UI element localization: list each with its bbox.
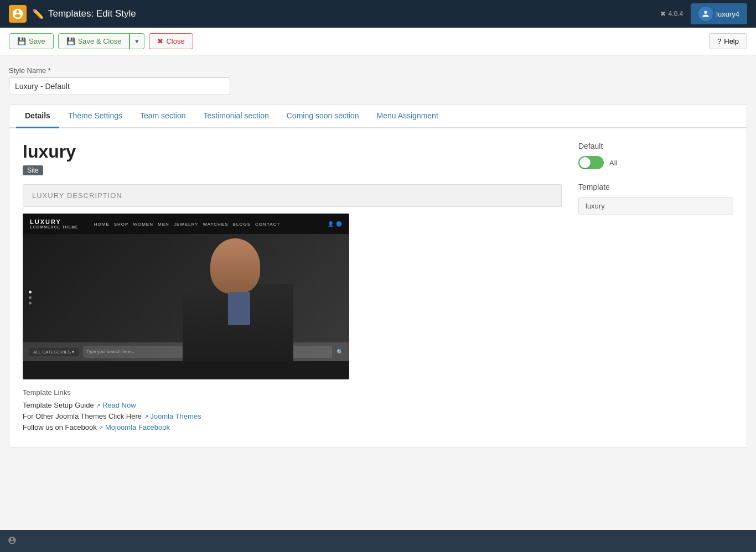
- preview-cart-icon: 🔵: [336, 221, 342, 227]
- help-button[interactable]: ? Help: [709, 33, 747, 49]
- preview-user-icon: 👤: [328, 221, 334, 227]
- external-link-icon-2: ↗: [144, 414, 148, 420]
- link-3-label: Mojoomla Facebook: [105, 423, 170, 431]
- joomla-icon: [9, 5, 27, 23]
- details-right: Default All Template luxury: [578, 142, 733, 434]
- template-link-2: For Other Joomla Themes Click Here ↗ Joo…: [23, 412, 562, 420]
- tab-menu-assignment[interactable]: Menu Assignment: [368, 105, 447, 128]
- user-button[interactable]: luxury4: [691, 3, 747, 24]
- pencil-icon: ✏️: [32, 8, 44, 20]
- description-box: LUXURY DESCRIPTION: [23, 184, 562, 207]
- preview-hero: ALL CATEGORIES ▾ Type your search here..…: [23, 234, 349, 361]
- template-links-title: Template Links: [23, 388, 562, 397]
- preview-face: [210, 238, 260, 294]
- tab-content-details: luxury Site LUXURY DESCRIPTION LUXURY EC…: [9, 128, 747, 447]
- save-button[interactable]: 💾 Save: [9, 33, 54, 49]
- default-toggle: All: [578, 156, 733, 169]
- tabs-container: Details Theme Settings Team section Test…: [9, 104, 747, 448]
- navbar-title-text: Templates: Edit Style: [48, 8, 136, 19]
- joomla-x-icon: ✖: [660, 10, 666, 18]
- version-text: 4.0.4: [668, 10, 683, 18]
- preview-logo: LUXURY ECOMMERCE THEME: [30, 218, 79, 230]
- preview-search-icon: 🔍: [336, 349, 343, 355]
- save-close-button[interactable]: 💾 Save & Close: [58, 33, 130, 49]
- style-name-group: Style Name *: [9, 66, 747, 95]
- external-link-icon-3: ↗: [99, 425, 103, 431]
- navbar-right: ✖ 4.0.4 luxury4: [660, 3, 747, 24]
- navbar-left: ✏️ Templates: Edit Style: [9, 5, 136, 23]
- preview-dots: [29, 291, 32, 305]
- link-1-prefix: Template Setup Guide: [23, 401, 94, 409]
- site-badge: Site: [23, 165, 43, 175]
- page-title: ✏️ Templates: Edit Style: [32, 8, 136, 20]
- link-1-anchor[interactable]: ↗ Read Now: [96, 401, 136, 409]
- preview-dot-1: [29, 291, 32, 294]
- preview-shirt: [228, 292, 250, 325]
- toggle-all-label: All: [609, 159, 617, 167]
- link-3-prefix: Follow us on Facebook: [23, 423, 97, 431]
- navbar: ✏️ Templates: Edit Style ✖ 4.0.4 luxury4: [0, 0, 756, 28]
- save-icon: 💾: [17, 37, 26, 45]
- save-dropdown-button[interactable]: ▾: [130, 33, 144, 49]
- tab-testimonial-section[interactable]: Testimonial section: [194, 105, 277, 128]
- link-2-label: Joomla Themes: [150, 412, 201, 420]
- toggle-knob: [579, 157, 591, 168]
- tab-theme-settings[interactable]: Theme Settings: [59, 105, 131, 128]
- link-2-prefix: For Other Joomla Themes Click Here: [23, 412, 142, 420]
- preview-nav-icons: 👤 🔵: [328, 221, 342, 227]
- user-avatar: [698, 7, 713, 21]
- close-button[interactable]: ✖ Close: [149, 33, 193, 49]
- details-pane: luxury Site LUXURY DESCRIPTION LUXURY EC…: [23, 142, 733, 434]
- template-value: luxury: [578, 197, 733, 215]
- template-label: Template: [578, 183, 733, 191]
- preview-dot-3: [29, 302, 32, 305]
- style-name-label: Style Name *: [9, 66, 747, 75]
- save-close-group: 💾 Save & Close ▾: [58, 33, 145, 49]
- close-icon: ✖: [157, 37, 163, 45]
- dropdown-arrow-icon: ▾: [72, 350, 74, 355]
- tab-team-section[interactable]: Team section: [131, 105, 194, 128]
- preview-search-dropdown: ALL CATEGORIES ▾: [29, 348, 79, 356]
- template-section: Template luxury: [578, 183, 733, 215]
- details-left: luxury Site LUXURY DESCRIPTION LUXURY EC…: [23, 142, 562, 434]
- default-label: Default: [578, 142, 733, 150]
- template-link-1: Template Setup Guide ↗ Read Now: [23, 401, 562, 409]
- footer: [0, 530, 756, 552]
- style-name-input[interactable]: [9, 77, 230, 95]
- link-1-label: Read Now: [102, 401, 136, 409]
- template-links: Template Links Template Setup Guide ↗ Re…: [23, 388, 562, 431]
- footer-joomla-icon: [8, 536, 17, 546]
- default-toggle-switch[interactable]: [578, 156, 604, 169]
- link-2-anchor[interactable]: ↗ Joomla Themes: [144, 412, 201, 420]
- user-label: luxury4: [716, 10, 739, 18]
- link-3-anchor[interactable]: ↗ Mojoomla Facebook: [99, 423, 170, 431]
- template-link-3: Follow us on Facebook ↗ Mojoomla Faceboo…: [23, 423, 562, 431]
- help-icon: ?: [717, 37, 721, 45]
- default-section: Default All: [578, 142, 733, 169]
- tabs-nav: Details Theme Settings Team section Test…: [9, 105, 747, 128]
- save-close-icon: 💾: [66, 37, 75, 45]
- template-preview: LUXURY ECOMMERCE THEME HOME SHOP WOMEN M…: [23, 213, 349, 379]
- tab-coming-soon-section[interactable]: Coming soon section: [278, 105, 368, 128]
- main-content: Style Name * Details Theme Settings Team…: [0, 55, 756, 459]
- toolbar: 💾 Save 💾 Save & Close ▾ ✖ Close ? Help: [0, 28, 756, 55]
- external-link-icon-1: ↗: [96, 403, 100, 409]
- preview-nav-items: HOME SHOP WOMEN MEN JEWELRY WATCHES BLOG…: [94, 222, 280, 227]
- tab-details[interactable]: Details: [16, 105, 59, 128]
- template-name: luxury: [23, 142, 562, 162]
- chevron-down-icon: ▾: [135, 37, 139, 45]
- preview-dot-2: [29, 296, 32, 299]
- preview-navbar: LUXURY ECOMMERCE THEME HOME SHOP WOMEN M…: [23, 214, 349, 234]
- version-badge: ✖ 4.0.4: [660, 10, 683, 18]
